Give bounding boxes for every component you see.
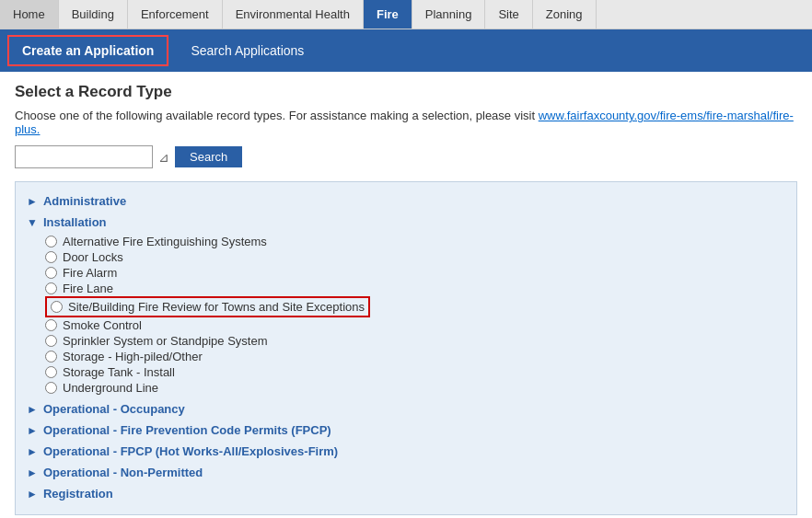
- search-button[interactable]: Search: [175, 146, 242, 167]
- section-operational-occupancy: Operational - Occupancy: [27, 399, 785, 419]
- search-input[interactable]: [15, 145, 153, 168]
- section-operational-occupancy-label: Operational - Occupancy: [43, 402, 185, 416]
- section-administrative-label: Administrative: [43, 194, 126, 208]
- nav-building[interactable]: Building: [59, 0, 128, 29]
- section-registration-label: Registration: [43, 487, 113, 501]
- search-applications-link[interactable]: Search Applications: [176, 43, 319, 58]
- section-operational-nonpermitted: Operational - Non-Permitted: [27, 463, 785, 482]
- secondary-navigation: Create an Application Search Application…: [0, 29, 812, 72]
- chevron-right-icon-3: [27, 424, 38, 437]
- list-item[interactable]: Sprinkler System or Standpipe System: [45, 333, 785, 349]
- section-operational-occupancy-header[interactable]: Operational - Occupancy: [27, 399, 785, 419]
- list-item[interactable]: Underground Line: [45, 380, 785, 396]
- list-item[interactable]: Alternative Fire Extinguishing Systems: [45, 234, 785, 249]
- search-bar: ⊿ Search: [15, 145, 797, 168]
- label-site-building: Site/Building Fire Review for Towns and …: [68, 300, 365, 314]
- section-installation-label: Installation: [43, 215, 107, 229]
- nav-enforcement[interactable]: Enforcement: [128, 0, 223, 29]
- radio-alternative-fire[interactable]: [45, 236, 57, 247]
- list-item[interactable]: Fire Lane: [45, 281, 785, 296]
- section-operational-fpcp-label: Operational - Fire Prevention Code Permi…: [43, 423, 331, 437]
- nav-environmental-health[interactable]: Environmental Health: [223, 0, 364, 29]
- chevron-right-icon-6: [27, 488, 38, 501]
- label-storage-highpiled: Storage - High-piled/Other: [63, 350, 203, 363]
- section-registration: Registration: [27, 484, 785, 503]
- chevron-right-icon-4: [27, 445, 38, 458]
- radio-sprinkler[interactable]: [45, 335, 57, 347]
- label-fire-alarm: Fire Alarm: [63, 266, 117, 280]
- label-storage-tank: Storage Tank - Install: [63, 365, 175, 379]
- section-administrative: Administrative: [27, 191, 785, 211]
- label-door-locks: Door Locks: [63, 250, 123, 264]
- radio-underground-line[interactable]: [45, 382, 57, 394]
- list-item[interactable]: Storage Tank - Install: [45, 364, 785, 380]
- chevron-right-icon-2: [27, 403, 38, 416]
- section-operational-fpcp: Operational - Fire Prevention Code Permi…: [27, 420, 785, 440]
- label-fire-lane: Fire Lane: [63, 282, 113, 295]
- create-application-button[interactable]: Create an Application: [7, 35, 168, 66]
- radio-fire-alarm[interactable]: [45, 267, 57, 279]
- section-registration-header[interactable]: Registration: [27, 484, 785, 503]
- top-navigation: Home Building Enforcement Environmental …: [0, 0, 812, 29]
- radio-site-building[interactable]: [51, 301, 63, 313]
- chevron-down-icon: ▼: [27, 216, 38, 229]
- radio-storage-highpiled[interactable]: [45, 351, 57, 363]
- section-operational-hotworks: Operational - FPCP (Hot Works-All/Explos…: [27, 442, 785, 461]
- section-operational-fpcp-header[interactable]: Operational - Fire Prevention Code Permi…: [27, 420, 785, 440]
- page-title: Select a Record Type: [15, 83, 797, 101]
- label-alternative-fire: Alternative Fire Extinguishing Systems: [63, 235, 267, 248]
- section-administrative-header[interactable]: Administrative: [27, 191, 785, 211]
- main-content: Select a Record Type Choose one of the f…: [0, 72, 812, 518]
- chevron-right-icon-5: [27, 466, 38, 479]
- label-underground-line: Underground Line: [63, 381, 158, 395]
- radio-smoke-control[interactable]: [45, 319, 57, 331]
- highlighted-list-item[interactable]: Site/Building Fire Review for Towns and …: [45, 296, 370, 317]
- nav-fire[interactable]: Fire: [364, 0, 412, 29]
- list-item[interactable]: Fire Alarm: [45, 265, 785, 281]
- chevron-right-icon: [27, 195, 38, 208]
- label-sprinkler: Sprinkler System or Standpipe System: [63, 334, 268, 348]
- nav-zoning[interactable]: Zoning: [533, 0, 597, 29]
- nav-planning[interactable]: Planning: [412, 0, 486, 29]
- description-text: Choose one of the following available re…: [15, 109, 797, 136]
- section-operational-hotworks-header[interactable]: Operational - FPCP (Hot Works-All/Explos…: [27, 442, 785, 461]
- section-installation: ▼ Installation Alternative Fire Extingui…: [27, 213, 785, 397]
- section-operational-hotworks-label: Operational - FPCP (Hot Works-All/Explos…: [43, 444, 338, 458]
- list-item[interactable]: Door Locks: [45, 249, 785, 265]
- radio-storage-tank[interactable]: [45, 366, 57, 378]
- radio-door-locks[interactable]: [45, 251, 57, 263]
- nav-site[interactable]: Site: [485, 0, 532, 29]
- installation-radio-list: Alternative Fire Extinguishing Systems D…: [27, 232, 785, 397]
- record-type-area: Administrative ▼ Installation Alternativ…: [15, 181, 797, 515]
- section-operational-nonpermitted-label: Operational - Non-Permitted: [43, 466, 203, 479]
- list-item[interactable]: Storage - High-piled/Other: [45, 349, 785, 364]
- list-item[interactable]: Smoke Control: [45, 317, 785, 333]
- label-smoke-control: Smoke Control: [63, 318, 142, 332]
- nav-home[interactable]: Home: [0, 0, 59, 29]
- filter-icon[interactable]: ⊿: [158, 150, 169, 165]
- description-prefix: Choose one of the following available re…: [15, 109, 539, 122]
- section-operational-nonpermitted-header[interactable]: Operational - Non-Permitted: [27, 463, 785, 482]
- radio-fire-lane[interactable]: [45, 282, 57, 294]
- section-installation-header[interactable]: ▼ Installation: [27, 213, 785, 232]
